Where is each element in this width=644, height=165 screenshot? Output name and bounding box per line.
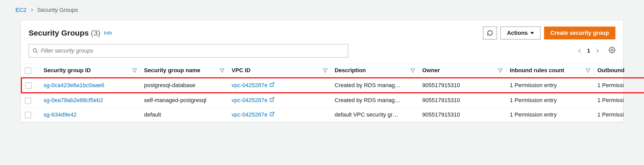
vpc-id-link[interactable]: vpc-0425287e (232, 111, 267, 118)
row-select-cell (21, 93, 40, 108)
refresh-icon (487, 30, 493, 36)
breadcrumb: EC2 Security Groups (0, 0, 644, 19)
col-header-select (21, 63, 40, 78)
cell-desc: Created by RDS manag… (331, 93, 419, 108)
gear-icon (609, 47, 615, 53)
settings-button[interactable] (609, 47, 615, 55)
sort-icon: ▽ (220, 67, 224, 74)
cell-inbound: 1 Permission entry (506, 108, 594, 122)
panel-title-text: Security Groups (29, 29, 89, 37)
cell-owner: 905517915310 (419, 93, 506, 108)
cell-sgname: self-managed-postgresql (140, 93, 228, 108)
info-link[interactable]: Info (104, 30, 112, 36)
table-row[interactable]: sg-0ca423e8a1bc0aae6postgresql-databasev… (21, 78, 644, 93)
col-header-vpc[interactable]: VPC ID▽ (228, 63, 331, 78)
cell-sgid: sg-0ca423e8a1bc0aae6 (40, 78, 140, 93)
col-header-desc[interactable]: Description▽ (331, 63, 419, 78)
col-header-owner[interactable]: Owner▽ (419, 63, 506, 78)
col-header-sgname[interactable]: Security group name▽ (140, 63, 228, 78)
security-group-id-link[interactable]: sg-0ea78ab2e88cf5eb2 (44, 97, 103, 103)
chevron-right-icon (30, 7, 34, 13)
security-groups-table: Security group ID▽ Security group name▽ … (21, 63, 644, 122)
cell-sgid: sg-0ea78ab2e88cf5eb2 (40, 93, 140, 108)
row-checkbox[interactable] (25, 98, 31, 104)
cell-inbound: 1 Permission entry (506, 93, 594, 108)
search-input[interactable] (41, 47, 344, 54)
col-header-inbound-label: Inbound rules count (510, 67, 564, 73)
search-icon (32, 48, 38, 54)
security-groups-panel: Security Groups (3) Info Actions Create … (21, 20, 623, 122)
breadcrumb-current: Security Groups (37, 7, 78, 13)
pagination: 1 (577, 47, 615, 55)
panel-header: Security Groups (3) Info Actions Create … (21, 20, 623, 44)
security-group-id-link[interactable]: sg-0ca423e8a1bc0aae6 (44, 82, 104, 88)
caret-down-icon (530, 32, 534, 34)
actions-button-label: Actions (507, 30, 528, 36)
table-row[interactable]: sg-0ea78ab2e88cf5eb2self-managed-postgre… (21, 93, 644, 108)
search-box[interactable] (29, 44, 348, 57)
cell-sgid: sg-634d9e42 (40, 108, 140, 122)
svg-point-0 (33, 49, 37, 52)
row-select-cell (21, 78, 40, 93)
cell-owner: 905517915310 (419, 78, 506, 93)
svg-point-1 (611, 49, 613, 51)
cell-owner: 905517915310 (419, 108, 506, 122)
cell-vpc: vpc-0425287e (228, 93, 331, 108)
external-link-icon[interactable] (269, 111, 275, 118)
col-header-inbound[interactable]: Inbound rules count▽ (506, 63, 594, 78)
cell-outbound: 1 Permissi (594, 93, 644, 108)
external-link-icon[interactable] (269, 97, 275, 104)
col-header-sgid-label: Security group ID (44, 67, 91, 73)
cell-desc: Created by RDS manag… (331, 78, 419, 93)
breadcrumb-root-link[interactable]: EC2 (15, 7, 27, 13)
external-link-icon[interactable] (269, 82, 275, 89)
panel-title: Security Groups (3) (29, 29, 100, 37)
col-header-sgid[interactable]: Security group ID▽ (40, 63, 140, 78)
cell-vpc: vpc-0425287e (228, 108, 331, 122)
table-row[interactable]: sg-634d9e42defaultvpc-0425287edefault VP… (21, 108, 644, 122)
table-header-row: Security group ID▽ Security group name▽ … (21, 63, 644, 78)
row-select-cell (21, 108, 40, 122)
sort-icon: ▽ (498, 67, 503, 74)
next-page-icon[interactable] (595, 48, 600, 53)
security-group-id-link[interactable]: sg-634d9e42 (44, 111, 77, 118)
row-checkbox[interactable] (25, 112, 31, 118)
page-number: 1 (587, 47, 590, 54)
col-header-outbound[interactable]: Outbound (594, 63, 644, 78)
create-security-group-button[interactable]: Create security group (544, 27, 615, 39)
refresh-button[interactable] (483, 27, 497, 39)
cell-outbound: 1 Permissi (594, 108, 644, 122)
cell-sgname: postgresql-database (140, 78, 228, 93)
panel-count: (3) (91, 29, 100, 37)
col-header-sgname-label: Security group name (144, 67, 200, 73)
col-header-desc-label: Description (335, 67, 366, 73)
sort-icon: ▽ (411, 67, 415, 74)
actions-button[interactable]: Actions (501, 27, 540, 39)
col-header-owner-label: Owner (422, 67, 440, 73)
cell-inbound: 1 Permission entry (506, 78, 594, 93)
col-header-outbound-label: Outbound (597, 67, 624, 73)
sort-icon: ▽ (323, 67, 327, 74)
row-checkbox[interactable] (26, 82, 32, 89)
prev-page-icon[interactable] (577, 48, 582, 53)
vpc-id-link[interactable]: vpc-0425287e (232, 97, 267, 104)
sort-icon: ▽ (586, 67, 590, 74)
cell-sgname: default (140, 108, 228, 122)
vpc-id-link[interactable]: vpc-0425287e (232, 82, 267, 89)
cell-desc: default VPC security gr… (331, 108, 419, 122)
cell-vpc: vpc-0425287e (228, 78, 331, 93)
sort-icon: ▽ (132, 67, 137, 74)
col-header-vpc-label: VPC ID (232, 67, 250, 73)
toolbar: 1 (21, 44, 623, 63)
cell-outbound: 1 Permissi (594, 78, 644, 93)
select-all-checkbox[interactable] (25, 68, 31, 74)
